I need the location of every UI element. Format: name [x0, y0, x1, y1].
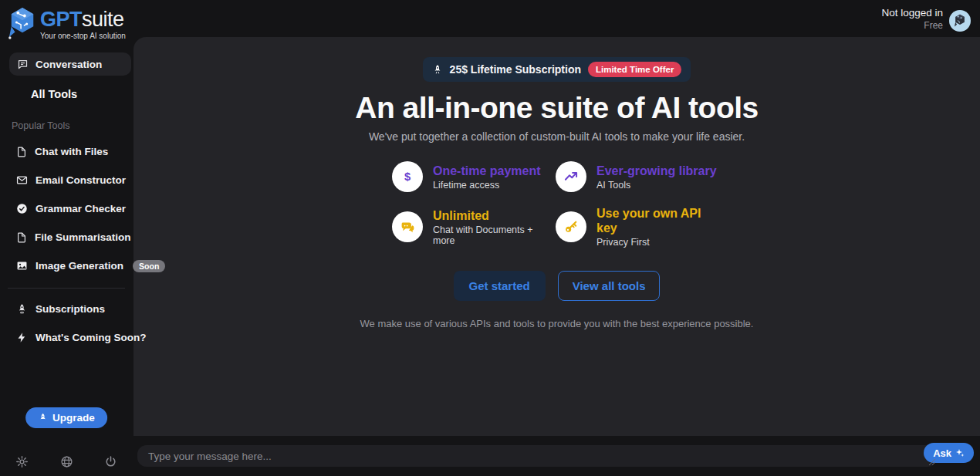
feature-one-time-payment: $ One-time payment Lifetime access: [392, 161, 556, 192]
sidebar-divider: [8, 288, 125, 289]
user-status: Not logged in: [881, 7, 943, 19]
user-plan-badge: Free: [881, 20, 943, 31]
feature-title: Ever-growing library: [596, 164, 717, 178]
dollar-icon: $: [392, 161, 423, 192]
limited-time-offer-badge: Limited Time Offer: [588, 62, 681, 77]
sidebar-item-image-generation[interactable]: Image Generation Soon: [0, 258, 133, 274]
feature-grid: $ One-time payment Lifetime access Ever-…: [392, 161, 721, 248]
feature-subtitle: Lifetime access: [433, 180, 541, 191]
rocket-icon: [16, 303, 28, 315]
banner-text: 25$ Lifetime Subscription: [450, 63, 581, 76]
rocket-icon: [38, 413, 48, 423]
feature-ever-growing-library: Ever-growing library AI Tools: [556, 161, 721, 192]
lifetime-subscription-banner[interactable]: 25$ Lifetime Subscription Limited Time O…: [423, 57, 691, 82]
file-icon: [16, 147, 27, 157]
message-input[interactable]: [137, 445, 937, 467]
key-icon: [556, 211, 586, 242]
cube-circuit-icon: [8, 6, 37, 40]
brand-tagline: Your one-stop AI solution: [40, 32, 126, 40]
feature-title: One-time payment: [433, 164, 541, 178]
main-panel: 25$ Lifetime Subscription Limited Time O…: [133, 37, 980, 436]
feature-subtitle: Chat with Documents + more: [433, 224, 556, 246]
settings-gear-icon[interactable]: [15, 455, 29, 468]
upgrade-button[interactable]: Upgrade: [25, 407, 107, 428]
sidebar-item-email-constructor[interactable]: Email Constructor: [0, 172, 133, 188]
sidebar-item-file-summarisation[interactable]: File Summarisation: [0, 229, 133, 245]
file-icon: [16, 232, 27, 243]
globe-icon[interactable]: [60, 455, 73, 468]
action-buttons: Get started View all tools: [133, 271, 980, 301]
feature-unlimited: Unlimited Chat with Documents + more: [392, 206, 556, 248]
popular-tools-header: Popular Tools: [0, 120, 133, 131]
sidebar-item-all-tools[interactable]: All Tools: [0, 88, 133, 100]
svg-text:$: $: [404, 170, 411, 183]
lightning-icon: [16, 332, 28, 343]
sidebar-item-grammar-checker[interactable]: Grammar Checker: [0, 201, 133, 217]
sidebar-footer: [0, 455, 133, 468]
image-icon: [16, 260, 28, 272]
sidebar-item-whats-coming-soon[interactable]: What's Coming Soon?: [0, 329, 133, 346]
feature-title: Unlimited: [433, 208, 556, 223]
chat-bubbles-icon: [392, 211, 423, 242]
chat-bubble-icon: [17, 59, 29, 70]
page-subtitle: We've put together a collection of custo…: [133, 130, 980, 143]
rocket-icon: [432, 64, 443, 75]
page-title: An all-in-one suite of AI tools: [133, 91, 980, 125]
power-icon[interactable]: [104, 455, 117, 468]
get-started-button[interactable]: Get started: [454, 271, 546, 301]
check-circle-icon: [16, 203, 28, 214]
trending-up-icon: [556, 161, 586, 192]
soon-badge: Soon: [133, 260, 165, 272]
avatar[interactable]: [949, 10, 971, 32]
feature-own-api-key: Use your own API key Privacy First: [556, 206, 721, 248]
sparkle-icon: [955, 448, 965, 457]
feature-subtitle: Privacy First: [596, 237, 721, 248]
cube-circuit-icon: [954, 14, 966, 28]
feature-title: Use your own API key: [596, 206, 721, 235]
view-all-tools-button[interactable]: View all tools: [558, 271, 661, 301]
ask-button[interactable]: Ask: [924, 443, 974, 463]
api-footnote: We make use of various APIs and tools to…: [133, 318, 980, 329]
brand-name: GPTsuite: [40, 8, 124, 31]
app-logo[interactable]: GPTsuite Your one-stop AI solution: [0, 0, 133, 40]
ask-button-label: Ask: [933, 447, 951, 459]
sidebar-item-chat-with-files[interactable]: Chat with Files: [0, 143, 133, 160]
email-icon: [16, 174, 28, 186]
feature-subtitle: AI Tools: [596, 180, 717, 191]
sidebar: GPTsuite Your one-stop AI solution Conve…: [0, 0, 133, 476]
sidebar-item-subscriptions[interactable]: Subscriptions: [0, 301, 133, 317]
user-block: Not logged in Free: [881, 7, 943, 31]
hero-section: 25$ Lifetime Subscription Limited Time O…: [133, 37, 980, 329]
sidebar-item-conversation[interactable]: Conversation: [9, 52, 131, 76]
